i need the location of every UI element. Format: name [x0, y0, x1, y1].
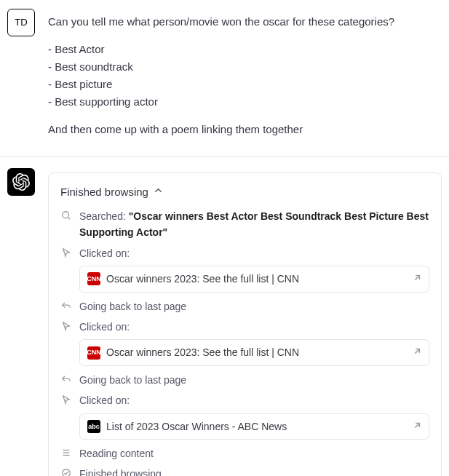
openai-logo-icon	[12, 173, 30, 191]
cursor-icon	[60, 245, 72, 260]
finished-label: Finished browsing	[79, 466, 429, 476]
chevron-up-icon	[154, 186, 162, 199]
search-query: "Oscar winners Best Actor Best Soundtrac…	[79, 210, 429, 238]
search-icon	[60, 208, 72, 223]
external-link-icon	[413, 344, 421, 360]
user-intro: Can you tell me what person/movie won th…	[48, 13, 442, 31]
clicked-label: Clicked on:	[79, 321, 130, 333]
bullet-item: - Best supporting actor	[48, 93, 442, 111]
browse-step-clicked: Clicked on: abc List of 2023 Oscar Winne…	[60, 392, 429, 441]
going-back-label: Going back to last page	[79, 298, 429, 314]
svg-line-1	[68, 218, 71, 220]
list-icon	[60, 445, 72, 460]
svg-point-5	[63, 469, 71, 476]
user-initials: TD	[15, 15, 27, 31]
user-message: TD Can you tell me what person/movie won…	[0, 0, 449, 156]
user-outro: And then come up with a poem linking the…	[48, 121, 442, 138]
browse-step-searched: Searched: "Oscar winners Best Actor Best…	[60, 208, 429, 241]
external-link-icon	[413, 419, 421, 435]
assistant-content: Finished browsing Searched: "Oscar winne…	[48, 168, 442, 476]
cnn-favicon-icon: CNN	[87, 272, 100, 285]
browsing-header-label: Finished browsing	[60, 183, 148, 201]
clicked-label: Clicked on:	[79, 394, 130, 406]
reading-label: Reading content	[79, 445, 429, 461]
going-back-label: Going back to last page	[79, 372, 429, 388]
browse-step-clicked: Clicked on: CNN Oscar winners 2023: See …	[60, 319, 429, 368]
searched-prefix: Searched:	[79, 210, 129, 222]
back-arrow-icon	[60, 372, 72, 386]
user-avatar: TD	[7, 9, 35, 36]
user-content: Can you tell me what person/movie won th…	[48, 9, 442, 138]
check-circle-icon	[60, 466, 72, 476]
link-chip-cnn[interactable]: CNN Oscar winners 2023: See the full lis…	[79, 339, 429, 365]
browse-step-reading: Reading content	[60, 445, 429, 461]
back-arrow-icon	[60, 298, 72, 313]
link-title: List of 2023 Oscar Winners - ABC News	[106, 419, 407, 435]
cursor-icon	[60, 392, 72, 407]
abc-favicon-icon: abc	[87, 420, 100, 433]
user-bullet-list: - Best Actor - Best soundtrack - Best pi…	[48, 41, 442, 111]
link-title: Oscar winners 2023: See the full list | …	[106, 344, 407, 360]
link-chip-abc[interactable]: abc List of 2023 Oscar Winners - ABC New…	[79, 413, 429, 440]
browse-step-finished: Finished browsing	[60, 466, 429, 476]
assistant-avatar	[7, 168, 35, 196]
clicked-label: Clicked on:	[79, 247, 130, 259]
browse-step-clicked: Clicked on: CNN Oscar winners 2023: See …	[60, 245, 429, 294]
link-chip-cnn[interactable]: CNN Oscar winners 2023: See the full lis…	[79, 266, 429, 292]
bullet-item: - Best picture	[48, 76, 442, 93]
external-link-icon	[413, 271, 421, 287]
assistant-message: Finished browsing Searched: "Oscar winne…	[0, 156, 449, 476]
link-title: Oscar winners 2023: See the full list | …	[106, 271, 407, 287]
browse-step-back: Going back to last page	[60, 372, 429, 388]
browsing-toggle[interactable]: Finished browsing	[60, 183, 429, 201]
bullet-item: - Best soundtrack	[48, 58, 442, 76]
cursor-icon	[60, 319, 72, 333]
cnn-favicon-icon: CNN	[87, 346, 100, 360]
browse-step-back: Going back to last page	[60, 298, 429, 314]
svg-point-0	[63, 212, 69, 218]
bullet-item: - Best Actor	[48, 41, 442, 58]
browsing-panel: Finished browsing Searched: "Oscar winne…	[48, 172, 442, 476]
